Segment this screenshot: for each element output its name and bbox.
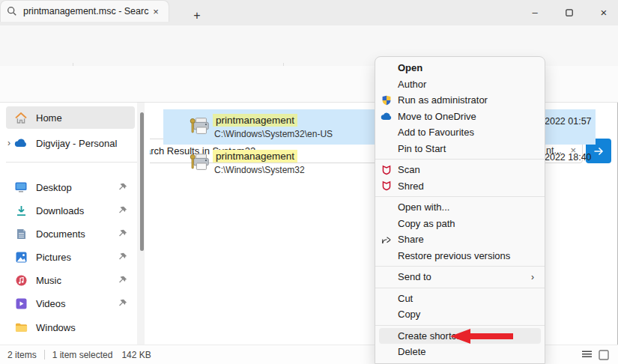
file-name[interactable]: printmanagement [213,150,297,163]
sidebar-item-downloads[interactable]: Downloads [6,199,135,222]
menu-item-delete[interactable]: Delete [375,344,545,360]
menu-item-cut[interactable]: Cut [375,291,545,307]
sidebar-item-desktop[interactable]: Desktop [6,176,135,198]
menu-item-run-as-administrator[interactable]: Run as administrator [375,92,545,109]
menu-item-label: Delete [398,346,426,357]
menu-item-label: Move to OneDrive [398,111,476,122]
tab-close-button[interactable]: × [149,4,163,18]
explorer-tab[interactable]: printmanagement.msc - Searc × [0,0,169,22]
documents-icon [6,228,36,240]
music-icon [6,275,36,286]
share-icon [375,234,398,245]
menu-separator [375,266,545,267]
menu-separator [375,159,545,160]
menu-item-label: Restore previous versions [398,250,510,261]
menu-item-label: Add to Favourites [398,127,474,138]
sidebar-item-label: Pictures [36,252,71,263]
downloads-icon [6,205,36,216]
status-divider [44,350,45,360]
folder-icon [6,322,36,333]
menu-item-label: Send to [398,271,431,282]
menu-item-copy[interactable]: Copy [375,306,545,323]
pin-icon [118,252,127,261]
menu-item-label: Share [398,234,424,245]
menu-item-restore-previous-versions[interactable]: Restore previous versions [375,248,545,264]
selection-status: 1 item selected [52,350,113,360]
menu-item-label: Author [398,79,426,90]
items-count: 2 items [7,350,37,360]
sidebar-item-pictures[interactable]: Pictures [6,246,135,268]
maximize-button[interactable] [552,0,587,25]
pin-icon [118,183,127,192]
mcafee-shield-icon [375,181,398,191]
close-window-button[interactable]: × [587,0,618,25]
sidebar-item-home[interactable]: Home [6,106,135,129]
menu-item-label: Scan [398,164,420,175]
pin-icon [118,276,127,285]
menu-item-pin-to-start[interactable]: Pin to Start [375,141,545,157]
sidebar-item-music[interactable]: Music [6,269,135,291]
menu-item-author[interactable]: Author [375,76,545,93]
file-name[interactable]: printmanagement [213,114,297,127]
file-date-modified: 2022 18:40 [545,152,592,163]
sidebar-item-label: Windows [36,322,76,333]
menu-item-copy-as-path[interactable]: Copy as path [375,216,545,232]
sidebar-item-documents[interactable]: Documents [6,222,135,245]
sidebar-item-label: Downloads [36,205,84,216]
file-path: C:\Windows\System32 [214,165,305,175]
sidebar-item-label: Home [36,112,62,124]
sidebar-item-windows[interactable]: Windows [6,316,135,339]
file-explorer-window: printmanagement.msc - Searc × + – × New … [0,0,618,364]
new-tab-button[interactable]: + [189,7,205,24]
menu-item-label: Shred [398,181,424,192]
menu-item-label: Pin to Start [398,143,446,154]
file-date-modified: 2022 01:57 [545,116,592,127]
uac-shield-icon [375,95,398,106]
menu-item-share[interactable]: Share [375,231,545,248]
desktop-icon [6,182,36,192]
menu-separator [375,196,545,197]
pin-icon [118,206,127,215]
red-annotation-arrow [450,328,513,345]
title-bar: printmanagement.msc - Searc × + – × [0,0,618,25]
mcafee-shield-icon [375,165,398,175]
sidebar-item-label: Videos [36,298,66,309]
menu-item-label: Copy [398,309,420,320]
sidebar-scrollbar-thumb[interactable] [140,112,144,251]
menu-item-label: Open with... [398,201,449,213]
expand-chevron-icon[interactable]: › [7,138,10,148]
onedrive-cloud-icon [6,139,36,148]
sidebar-item-label: Digvijay - Personal [36,138,117,149]
menu-separator [375,288,545,288]
details-view-toggle[interactable] [581,350,593,360]
sidebar-item-label: Desktop [36,182,72,193]
minimize-button[interactable]: – [518,0,552,25]
print-management-icon [189,151,211,174]
tab-title: printmanagement.msc - Searc [23,6,149,16]
context-menu: Open Author Run as administrator Move to… [375,56,545,364]
menu-separator [375,325,545,326]
sidebar-item-videos[interactable]: Videos [6,292,135,315]
print-management-icon [189,115,211,138]
menu-item-label: Run as administrator [398,94,488,106]
menu-item-open-with[interactable]: Open with... [375,199,545,216]
menu-item-scan[interactable]: Scan [375,162,545,178]
videos-icon [6,298,36,309]
menu-item-move-to-onedrive[interactable]: Move to OneDrive [375,109,545,125]
selection-size: 142 KB [121,350,151,360]
search-icon [7,6,17,16]
menu-item-add-to-favourites[interactable]: Add to Favourites [375,124,545,141]
menu-item-label: Open [398,62,422,73]
menu-item-shred[interactable]: Shred [375,178,545,195]
large-icons-view-toggle[interactable] [599,350,609,360]
file-path: C:\Windows\System32\en-US [214,129,333,139]
menu-item-send-to[interactable]: Send to› [375,269,545,285]
menu-item-label: Cut [398,293,413,304]
submenu-chevron-icon: › [531,272,534,282]
sidebar-item-onedrive[interactable]: › Digvijay - Personal [6,132,135,154]
pin-icon [118,299,127,308]
pictures-icon [6,252,36,263]
sidebar-divider [6,162,138,163]
pin-icon [118,229,127,238]
menu-item-open[interactable]: Open [375,60,545,76]
